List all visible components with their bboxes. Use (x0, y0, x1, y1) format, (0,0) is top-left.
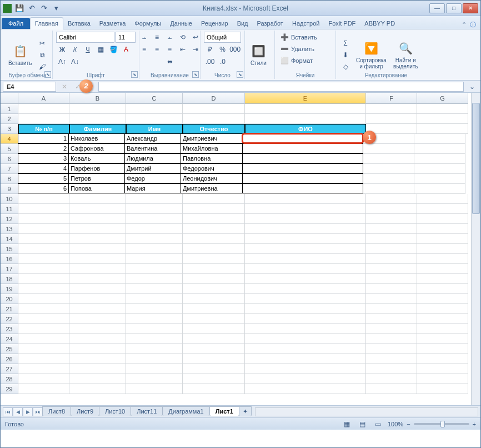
cell[interactable]: Коваль (68, 153, 125, 163)
cell[interactable] (18, 344, 69, 354)
row-header[interactable]: 22 (1, 314, 18, 324)
align-middle[interactable]: ≡ (151, 32, 163, 43)
font-launcher[interactable]: ⬊ (131, 71, 138, 78)
cell[interactable] (18, 254, 69, 264)
paste-button[interactable]: 📋 Вставить (6, 42, 34, 67)
cell[interactable] (366, 324, 417, 334)
cell[interactable] (18, 324, 69, 334)
align-launcher[interactable]: ⬊ (192, 71, 199, 78)
cell[interactable] (18, 204, 69, 214)
cell[interactable] (183, 294, 245, 304)
cell[interactable] (245, 344, 366, 354)
cell[interactable] (417, 104, 468, 114)
cell[interactable] (69, 114, 126, 124)
cell[interactable] (69, 284, 126, 294)
cell[interactable] (183, 274, 245, 284)
cell[interactable]: Имя (126, 124, 183, 134)
tab-view[interactable]: Вид (233, 18, 253, 29)
cell[interactable] (417, 354, 468, 364)
cell[interactable] (366, 354, 417, 364)
cell[interactable] (126, 334, 183, 344)
merge-cells[interactable]: ⬌ (165, 56, 175, 67)
cell[interactable]: 2 (18, 143, 69, 153)
zoom-knob[interactable] (440, 421, 445, 427)
cell[interactable] (417, 284, 468, 294)
cell[interactable] (366, 224, 417, 234)
row-header[interactable]: 27 (1, 364, 18, 374)
cell[interactable]: 3 (18, 153, 69, 163)
cell[interactable] (242, 183, 363, 193)
cell[interactable] (183, 104, 245, 114)
cell[interactable] (363, 164, 414, 174)
cell[interactable] (417, 224, 468, 234)
number-format[interactable]: Общий (204, 32, 241, 43)
font-name[interactable]: Calibri (56, 32, 114, 43)
cell[interactable] (183, 284, 245, 294)
cell[interactable] (69, 294, 126, 304)
cell[interactable] (18, 384, 69, 394)
cell[interactable] (414, 154, 465, 164)
zoom-level[interactable]: 100% (388, 421, 403, 427)
cell[interactable] (183, 344, 245, 354)
cell[interactable]: Попова (68, 183, 125, 193)
cell[interactable] (183, 334, 245, 344)
cell[interactable] (417, 344, 468, 354)
cell[interactable] (18, 314, 69, 324)
cell[interactable] (126, 314, 183, 324)
cell[interactable] (245, 114, 366, 124)
cell[interactable] (366, 374, 417, 384)
tab-data[interactable]: Данные (166, 18, 197, 29)
undo-button[interactable]: ↶ (26, 3, 37, 14)
tab-home[interactable]: Главная (30, 17, 63, 29)
cell[interactable] (69, 354, 126, 364)
col-header[interactable]: E (245, 93, 366, 104)
cell[interactable] (183, 354, 245, 364)
cell[interactable]: ФИО (245, 124, 366, 134)
cell[interactable] (363, 174, 414, 184)
cell[interactable] (414, 174, 465, 184)
cell[interactable] (417, 314, 468, 324)
save-button[interactable]: 💾 (14, 3, 25, 14)
cell[interactable] (69, 214, 126, 224)
cell[interactable] (366, 254, 417, 264)
col-header[interactable]: C (126, 93, 183, 104)
cell[interactable] (183, 364, 245, 374)
cell[interactable] (126, 104, 183, 114)
cell[interactable] (417, 374, 468, 384)
tab-nav-next[interactable]: ▶ (23, 407, 33, 416)
qat-customize[interactable]: ▾ (51, 3, 62, 14)
cell[interactable] (366, 114, 417, 124)
cancel-formula[interactable]: ✕ (58, 81, 71, 92)
tab-review[interactable]: Рецензир (197, 18, 233, 29)
sheet-tab[interactable]: Лист9 (71, 406, 99, 416)
cell[interactable]: Леонидович (181, 173, 243, 183)
minimize-ribbon[interactable]: ⌃ (462, 21, 467, 28)
row-header[interactable]: 26 (1, 354, 18, 364)
cell[interactable] (18, 234, 69, 244)
tab-nav-prev[interactable]: ◀ (13, 407, 23, 416)
row-header[interactable]: 17 (1, 264, 18, 274)
view-break[interactable]: ▭ (372, 419, 384, 430)
cell[interactable] (126, 214, 183, 224)
cell[interactable] (183, 384, 245, 394)
row-header[interactable]: 16 (1, 254, 18, 264)
insert-function[interactable]: fx 2 (85, 82, 95, 92)
cell[interactable] (363, 154, 414, 164)
cell[interactable]: Дмитриевич (181, 133, 243, 143)
increase-decimal[interactable]: .00 (204, 56, 216, 67)
grow-font[interactable]: A↑ (56, 56, 68, 67)
cell[interactable]: № п/п (18, 124, 69, 134)
cell[interactable] (69, 224, 126, 234)
cell[interactable] (414, 184, 465, 194)
cell[interactable] (69, 264, 126, 274)
fill-color[interactable]: 🪣 (107, 44, 119, 55)
close-button[interactable]: ✕ (463, 3, 478, 13)
cell[interactable] (242, 163, 363, 173)
row-header[interactable]: 10 (1, 194, 18, 204)
cell[interactable]: Людмила (124, 153, 181, 163)
cell[interactable] (126, 224, 183, 234)
cell[interactable] (126, 324, 183, 334)
select-all-corner[interactable] (1, 93, 18, 104)
cell[interactable] (417, 264, 468, 274)
row-header[interactable]: 5 (1, 144, 18, 154)
